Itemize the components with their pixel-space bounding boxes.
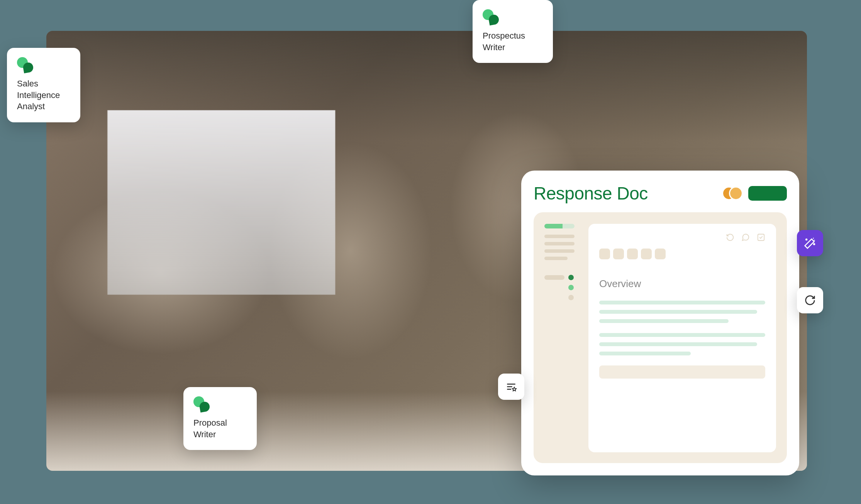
tool-card-label: Proposal Writer xyxy=(193,417,247,440)
response-doc-panel: Response Doc xyxy=(521,171,799,475)
status-dot-icon xyxy=(568,275,574,280)
status-dot-icon xyxy=(568,285,574,290)
tool-card-label: Sales Intelligence Analyst xyxy=(17,78,70,112)
outline-status-row[interactable] xyxy=(544,295,578,300)
outline-item[interactable] xyxy=(544,235,575,238)
doc-header-actions xyxy=(722,186,787,201)
outline-item[interactable] xyxy=(544,257,568,260)
list-starred-icon xyxy=(505,381,517,393)
format-chip[interactable] xyxy=(655,249,666,259)
section-title: Overview xyxy=(599,278,765,290)
svg-rect-0 xyxy=(758,234,764,241)
paragraph-placeholder xyxy=(599,333,765,355)
format-chip[interactable] xyxy=(599,249,610,259)
tool-card-label: Prospectus Writer xyxy=(483,30,543,53)
doc-page: Overview xyxy=(588,224,776,452)
comment-icon[interactable] xyxy=(741,233,750,242)
outline-progress-bar xyxy=(544,224,575,228)
brand-logo-icon xyxy=(193,396,211,412)
primary-action-button[interactable] xyxy=(748,186,787,201)
avatar xyxy=(729,186,743,200)
tool-card-proposal-writer[interactable]: Proposal Writer xyxy=(183,387,257,450)
doc-header: Response Doc xyxy=(534,183,787,204)
tool-card-prospectus-writer[interactable]: Prospectus Writer xyxy=(473,0,553,63)
refresh-icon xyxy=(804,294,816,306)
checkbox-icon[interactable] xyxy=(757,233,765,242)
presence-avatars[interactable] xyxy=(722,186,743,200)
highlights-button[interactable] xyxy=(498,374,524,400)
format-chip[interactable] xyxy=(627,249,638,259)
outline-item[interactable] xyxy=(544,242,575,245)
svg-point-2 xyxy=(814,244,815,245)
status-dot-icon xyxy=(568,295,574,300)
svg-point-1 xyxy=(806,239,807,240)
ai-magic-button[interactable] xyxy=(797,230,823,256)
magic-wand-icon xyxy=(804,237,816,249)
undo-icon[interactable] xyxy=(726,233,734,242)
tool-card-sales-intelligence[interactable]: Sales Intelligence Analyst xyxy=(7,48,80,122)
doc-outline-sidebar xyxy=(544,224,578,452)
brand-logo-icon xyxy=(17,57,35,73)
outline-status-row[interactable] xyxy=(544,275,578,280)
format-chip[interactable] xyxy=(613,249,624,259)
format-chip[interactable] xyxy=(641,249,652,259)
outline-status-row[interactable] xyxy=(544,285,578,290)
paragraph-placeholder xyxy=(599,301,765,323)
refresh-button[interactable] xyxy=(797,287,823,313)
doc-input[interactable] xyxy=(599,365,765,379)
doc-title: Response Doc xyxy=(534,183,648,204)
format-toolbar xyxy=(599,249,765,259)
brand-logo-icon xyxy=(483,9,500,25)
doc-body: Overview xyxy=(534,212,787,463)
outline-item[interactable] xyxy=(544,249,575,253)
